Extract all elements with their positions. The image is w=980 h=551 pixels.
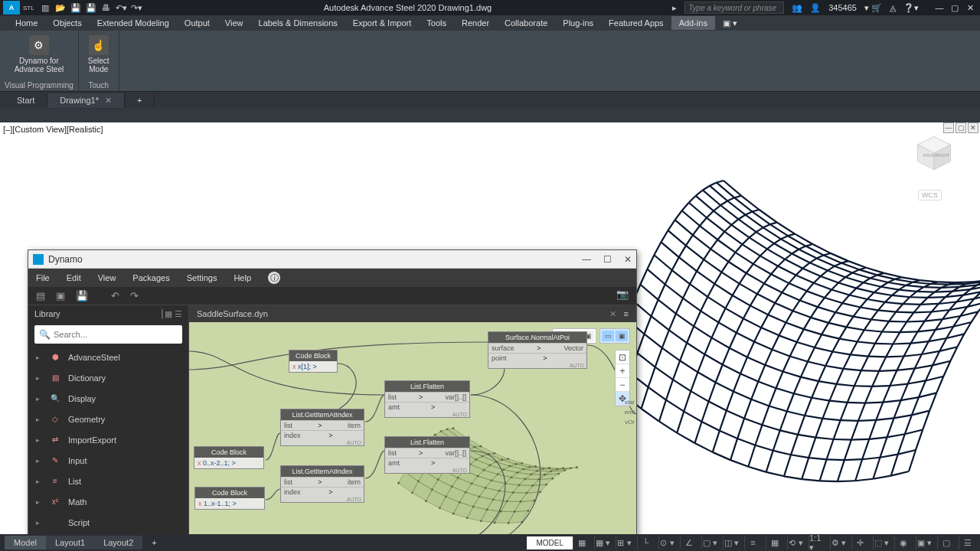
dynamo-info-icon[interactable]: ⓘ	[268, 272, 280, 284]
new-document-button[interactable]: +	[125, 93, 155, 107]
menu-home[interactable]: Home	[8, 16, 45, 30]
layout-tab-layout2[interactable]: Layout2	[94, 536, 142, 549]
view-cube[interactable]: FRONT RIGHT	[911, 130, 957, 176]
library-search[interactable]: 🔍	[34, 325, 182, 344]
dynamo-minimize-icon[interactable]: —	[582, 254, 591, 265]
save-file-icon[interactable]: 💾	[76, 290, 88, 302]
dynamo-menu-packages[interactable]: Packages	[132, 273, 169, 282]
menu-plug-ins[interactable]: Plug-ins	[555, 16, 601, 30]
snap-icon[interactable]: ⊞ ▾	[616, 536, 632, 549]
undo-icon[interactable]: ↶▾	[116, 2, 128, 14]
menu-export-import[interactable]: Export & Import	[345, 16, 419, 30]
zoom-in-icon[interactable]: +	[616, 364, 629, 378]
vp-close-icon[interactable]: ✕	[968, 122, 978, 133]
osnap-icon[interactable]: ▢ ▾	[701, 536, 718, 549]
zoom-out-icon[interactable]: −	[616, 378, 629, 392]
undo-icon[interactable]: ↶	[111, 290, 119, 302]
redo-icon[interactable]: ↷	[130, 290, 139, 302]
library-category-input[interactable]: ▸✎Input	[28, 450, 188, 471]
dynamo-titlebar[interactable]: Dynamo — ☐ ✕	[28, 250, 636, 269]
menu-view[interactable]: View	[217, 16, 251, 30]
close-tab-icon[interactable]: ✕	[105, 96, 112, 106]
minimize-icon[interactable]: —	[933, 3, 946, 13]
node-code-block-2[interactable]: Code Block x 0..x-2..1; >	[194, 446, 264, 469]
vp-restore-icon[interactable]: ▢	[956, 122, 966, 133]
ortho-icon[interactable]: └	[637, 536, 654, 549]
menu-objects[interactable]: Objects	[45, 16, 89, 30]
print-icon[interactable]: 🖶	[100, 2, 113, 14]
dynamo-window[interactable]: Dynamo — ☐ ✕ FileEditViewPackagesSetting…	[28, 249, 637, 551]
vp-minimize-icon[interactable]: —	[943, 122, 954, 133]
restore-icon[interactable]: ▢	[948, 3, 962, 13]
open-icon[interactable]: 📂	[54, 2, 67, 14]
angle-icon[interactable]: ∠	[680, 536, 697, 549]
geom-preview-icon[interactable]: ▭	[602, 331, 614, 341]
menu-labels-dimensions[interactable]: Labels & Dimensions	[251, 16, 345, 30]
doc-tab-start[interactable]: Start	[5, 93, 47, 107]
library-category-geometry[interactable]: ▸◇Geometry	[28, 409, 188, 429]
polar-icon[interactable]: ⊙ ▾	[658, 536, 675, 549]
node-code-block-3[interactable]: Code Block x 1..x-1..1; >	[194, 487, 265, 510]
new-file-icon[interactable]: ▤	[36, 290, 45, 302]
save-icon[interactable]: 💾	[70, 2, 82, 14]
lineweight-icon[interactable]: ≡	[744, 536, 761, 549]
scale-icon[interactable]: 1:1 ▾	[808, 536, 825, 549]
viewport-label[interactable]: [–][Custom View][Realistic]	[3, 125, 103, 134]
menu-add-ins[interactable]: Add-ins	[671, 16, 715, 30]
doc-tab-drawing1[interactable]: Drawing1*✕	[47, 93, 125, 108]
menu-render[interactable]: Render	[454, 16, 497, 30]
grid-icon[interactable]: ▦	[573, 536, 590, 549]
menu-collaborate[interactable]: Collaborate	[497, 16, 555, 30]
units-icon[interactable]: ⬚ ▾	[873, 536, 890, 549]
annoscale-icon[interactable]: ✛	[851, 536, 868, 549]
wcs-label[interactable]: WCS	[918, 190, 942, 201]
node-list-getitematindex-1[interactable]: List.GetItemAtIndex list>item index> AUT…	[280, 409, 364, 446]
add-layout-button[interactable]: +	[142, 536, 165, 549]
custom-icon[interactable]: ☰	[959, 536, 975, 549]
viewport[interactable]: — ▢ ✕ FRONT RIGHT WCS Dynamo — ☐ ✕ FileE…	[0, 122, 980, 534]
ribbon-select-mode-button[interactable]: ☝SelectMode	[83, 34, 114, 75]
library-category-display[interactable]: ▸🔍Display	[28, 388, 188, 409]
zoom-fit-icon[interactable]: ⊡	[616, 350, 629, 364]
menu-featured-apps[interactable]: Featured Apps	[601, 16, 671, 30]
new-icon[interactable]: ▥	[39, 2, 51, 14]
layout-tab-layout1[interactable]: Layout1	[46, 536, 94, 549]
library-category-importexport[interactable]: ▸⇄ImportExport	[28, 429, 188, 450]
dynamo-menu-help[interactable]: Help	[234, 273, 251, 282]
layout-tab-model[interactable]: Model	[5, 536, 46, 549]
library-category-list[interactable]: ▸≡List	[28, 471, 188, 491]
library-search-input[interactable]	[54, 330, 178, 339]
keyword-search[interactable]: Type a keyword or phrase	[684, 2, 784, 14]
library-category-math[interactable]: ▸x²Math	[28, 491, 188, 512]
isolate-icon[interactable]: ◉	[894, 536, 911, 549]
file-options-icon[interactable]: ✕≡	[609, 309, 629, 319]
grid2-icon[interactable]: ▦ ▾	[594, 536, 611, 549]
help-icon[interactable]: ❔▾	[903, 3, 919, 13]
node-code-block-1[interactable]: Code Block x x[1]; >	[289, 350, 338, 373]
open-file-icon[interactable]: ▣	[56, 290, 65, 302]
redo-icon[interactable]: ↷▾	[131, 2, 143, 14]
dynamo-menu-view[interactable]: View	[98, 273, 116, 282]
user-name[interactable]: 345465	[828, 3, 857, 12]
library-category-dictionary[interactable]: ▸▤Dictionary	[28, 367, 188, 388]
gear-icon[interactable]: ⚙ ▾	[830, 536, 847, 549]
cart-icon[interactable]: ▾ 🛒	[864, 3, 882, 13]
clean-icon[interactable]: ▢	[937, 536, 954, 549]
model-space-label[interactable]: MODEL	[527, 536, 573, 549]
dynamo-close-icon[interactable]: ✕	[624, 254, 632, 265]
menu-tools[interactable]: Tools	[419, 16, 454, 30]
dynamo-file-tab[interactable]: SaddleSurface.dyn ✕≡	[189, 305, 636, 322]
library-category-advancesteel[interactable]: ▸⬢AdvanceSteel	[28, 347, 188, 367]
library-category-script[interactable]: ▸Script	[28, 512, 188, 533]
menu-overflow[interactable]: ▣ ▾	[715, 16, 745, 31]
node-surface-normal[interactable]: Surface.NormalAtPoi surface>Vector point…	[488, 331, 587, 369]
node-list-flatten-1[interactable]: List.Flatten list>var[]..[] amt> AUTO	[384, 380, 470, 418]
hwacc-icon[interactable]: ▣ ▾	[916, 536, 933, 549]
dynamo-menu-file[interactable]: File	[36, 273, 50, 282]
cycle-icon[interactable]: ⟲ ▾	[787, 536, 804, 549]
node-list-getitematindex-2[interactable]: List.GetItemAtIndex list>item index> AUT…	[280, 465, 364, 503]
dynamo-canvas[interactable]: ◫▭▣ ▭▣ ⊡ + − ✥ starendvOr Code Block x x…	[189, 322, 636, 551]
menu-extended-modeling[interactable]: Extended Modeling	[90, 16, 177, 30]
library-view-icons[interactable]: ⎮▦ ☰	[160, 309, 182, 319]
transparency-icon[interactable]: ▦	[766, 536, 782, 549]
